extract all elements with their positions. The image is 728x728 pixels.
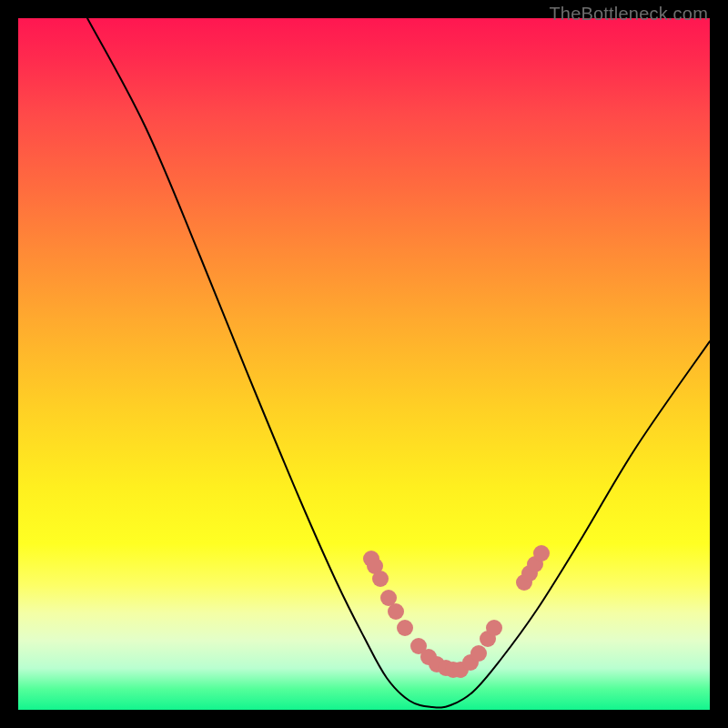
chart-svg [18, 18, 710, 710]
watermark-text: TheBottleneck.com [549, 4, 708, 25]
plot-area [18, 18, 710, 710]
curve-dots-group [363, 545, 550, 678]
curve-dot [533, 545, 550, 561]
curve-dot [486, 620, 502, 636]
curve-dot [470, 645, 487, 662]
curve-dot [372, 571, 389, 587]
chart-frame: TheBottleneck.com [0, 0, 728, 728]
curve-dot [397, 620, 413, 636]
curve-dot [388, 603, 404, 620]
